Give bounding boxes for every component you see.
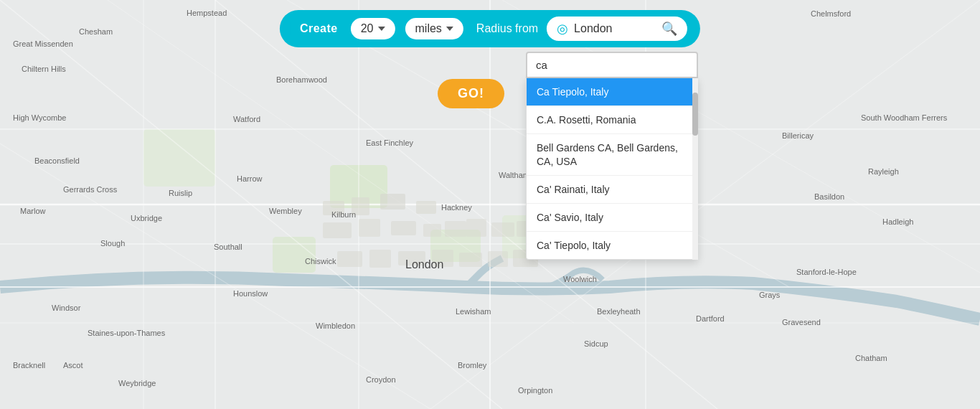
number-selector[interactable]: 20 (351, 18, 395, 39)
svg-rect-28 (359, 219, 380, 237)
svg-rect-25 (380, 194, 405, 210)
svg-rect-35 (337, 251, 362, 267)
target-icon: ◎ (557, 21, 568, 37)
svg-rect-30 (423, 224, 441, 237)
dropdown-item-1[interactable]: C.A. Rosetti, Romania (527, 106, 697, 134)
svg-rect-26 (416, 201, 436, 214)
dropdown-item-2[interactable]: Bell Gardens CA, Bell Gardens, CA, USA (527, 134, 697, 175)
svg-rect-40 (488, 251, 508, 267)
search-icon: 🔍 (661, 21, 677, 37)
svg-rect-2 (273, 237, 316, 273)
scrollbar-thumb (692, 93, 698, 136)
svg-rect-29 (391, 221, 416, 235)
create-button[interactable]: Create (291, 22, 347, 35)
map-background: Hempstead Great Missenden Chesham Chilte… (0, 0, 980, 409)
dropdown-list: Ca Tiepolo, Italy C.A. Rosetti, Romania … (526, 78, 698, 260)
dropdown-item-3[interactable]: Ca' Rainati, Italy (527, 176, 697, 204)
go-button[interactable]: GO! (438, 79, 504, 108)
radius-label: Radius from (476, 22, 538, 35)
dropdown-item-0[interactable]: Ca Tiepolo, Italy (527, 78, 697, 106)
location-value: London (574, 22, 612, 35)
location-selector[interactable]: ◎ London 🔍 (545, 15, 689, 42)
main-toolbar: Create 20 miles Radius from ◎ London 🔍 (280, 10, 700, 47)
svg-rect-27 (323, 222, 352, 238)
dropdown-item-5[interactable]: Ca' Tiepolo, Italy (527, 232, 697, 259)
svg-rect-4 (143, 129, 215, 187)
chevron-down-icon-unit (446, 27, 453, 31)
unit-value: miles (415, 22, 442, 35)
dropdown-list-wrapper: Ca Tiepolo, Italy C.A. Rosetti, Romania … (526, 78, 698, 260)
location-dropdown: Ca Tiepolo, Italy C.A. Rosetti, Romania … (526, 52, 698, 260)
location-search-input[interactable] (526, 52, 698, 78)
svg-rect-32 (466, 219, 486, 237)
dropdown-item-4[interactable]: Ca' Savio, Italy (527, 204, 697, 232)
scrollbar-track[interactable] (692, 78, 698, 260)
svg-rect-36 (369, 250, 391, 268)
chevron-down-icon (378, 27, 385, 31)
svg-rect-23 (323, 201, 344, 215)
svg-rect-33 (491, 222, 514, 237)
svg-rect-38 (432, 250, 453, 267)
svg-rect-39 (459, 253, 482, 267)
svg-rect-24 (352, 197, 369, 215)
unit-selector[interactable]: miles (404, 17, 465, 41)
number-value: 20 (361, 22, 374, 35)
svg-rect-37 (398, 251, 425, 265)
svg-rect-31 (445, 221, 466, 237)
